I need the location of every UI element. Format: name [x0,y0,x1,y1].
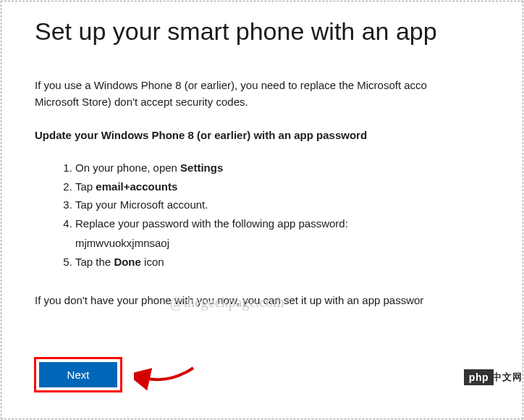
php-logo-box: php [464,369,494,385]
php-logo: php 中文网 [464,369,523,385]
intro-line-2: Microsoft Store) don't accept security c… [35,96,248,108]
steps-list: On your phone, open Settings Tap email+a… [35,159,489,271]
highlight-annotation: Next [34,357,122,392]
outro-paragraph: If you don't have your phone with you no… [35,293,489,309]
page-title: Set up your smart phone with an app [35,17,489,46]
app-password-value: mjmwvuokxjmnsaoj [75,234,489,253]
intro-line-1: If you use a Windows Phone 8 (or earlier… [35,79,427,91]
step-5: Tap the Done icon [75,253,489,272]
php-logo-text: 中文网 [492,371,523,384]
section-heading: Update your Windows Phone 8 (or earlier)… [35,129,489,141]
step-2: Tap email+accounts [75,177,489,196]
step-1: On your phone, open Settings [75,159,489,177]
step-4: Replace your password with the following… [75,214,489,253]
step-3: Tap your Microsoft account. [75,196,489,214]
intro-paragraph: If you use a Windows Phone 8 (or earlier… [35,77,489,110]
next-button[interactable]: Next [39,362,117,387]
arrow-annotation-icon [134,362,199,391]
